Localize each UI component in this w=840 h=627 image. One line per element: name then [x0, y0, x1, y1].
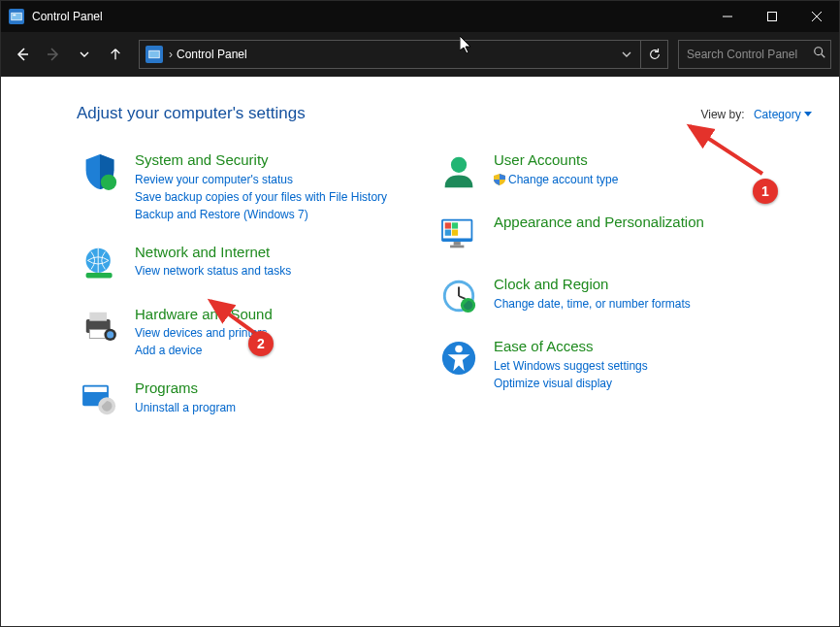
ease-icon	[437, 337, 480, 380]
category-body: Network and InternetView network status …	[135, 243, 418, 285]
category-body: ProgramsUninstall a program	[135, 379, 418, 421]
hardware-icon	[79, 305, 121, 347]
view-by: View by: Category	[700, 108, 812, 121]
svg-point-9	[815, 48, 823, 55]
minimize-button[interactable]	[705, 1, 750, 32]
category-body: Clock and RegionChange date, time, or nu…	[494, 275, 777, 317]
category-link[interactable]: View devices and printers	[135, 324, 418, 342]
category-item: Network and InternetView network status …	[79, 243, 418, 285]
user-icon	[437, 150, 480, 193]
svg-point-37	[455, 346, 463, 353]
category-link[interactable]: Backup and Restore (Windows 7)	[135, 206, 418, 223]
category-title[interactable]: Network and Internet	[135, 243, 418, 262]
category-body: System and SecurityReview your computer'…	[135, 150, 418, 223]
window-controls	[705, 1, 839, 32]
category-body: Hardware and SoundView devices and print…	[135, 305, 418, 360]
svg-rect-8	[149, 50, 160, 58]
search-box[interactable]	[678, 40, 831, 69]
svg-point-22	[451, 157, 467, 173]
svg-rect-20	[84, 387, 107, 392]
search-input[interactable]	[687, 48, 813, 61]
back-button[interactable]	[9, 41, 36, 68]
category-title[interactable]: Clock and Region	[494, 275, 777, 294]
up-button[interactable]	[102, 41, 129, 68]
svg-rect-16	[89, 329, 107, 338]
control-panel-window: Control Panel › Control Panel Adjust you…	[0, 0, 840, 627]
maximize-button[interactable]	[750, 1, 794, 32]
network-icon	[79, 243, 121, 285]
category-item: Clock and RegionChange date, time, or nu…	[437, 275, 777, 317]
svg-rect-28	[452, 230, 458, 236]
navigation-bar: › Control Panel	[1, 32, 839, 77]
page-heading: Adjust your computer's settings	[77, 104, 306, 123]
category-title[interactable]: System and Security	[135, 150, 418, 170]
svg-line-39	[210, 301, 256, 334]
right-column: User AccountsChange account typeAppearan…	[437, 150, 777, 441]
category-item: Ease of AccessLet Windows suggest settin…	[437, 337, 777, 392]
close-button[interactable]	[794, 1, 839, 32]
category-title[interactable]: Ease of Access	[494, 337, 777, 356]
category-body: Ease of AccessLet Windows suggest settin…	[494, 337, 777, 392]
category-item: Appearance and Personalization	[437, 213, 777, 255]
address-icon	[145, 46, 163, 63]
category-link[interactable]: View network status and tasks	[135, 262, 418, 280]
svg-rect-3	[768, 13, 777, 21]
search-icon[interactable]	[813, 46, 826, 63]
appearance-icon	[437, 213, 480, 255]
system-icon	[79, 150, 121, 193]
view-by-label: View by:	[700, 108, 744, 121]
category-link[interactable]: Let Windows suggest settings	[494, 357, 777, 375]
svg-rect-13	[86, 273, 113, 278]
svg-rect-26	[452, 222, 458, 228]
address-dropdown-icon[interactable]	[613, 50, 640, 59]
content-area: Adjust your computer's settings View by:…	[1, 77, 839, 626]
category-title[interactable]: Appearance and Personalization	[494, 213, 777, 232]
category-link[interactable]: Review your computer's status	[135, 171, 418, 188]
category-link[interactable]: Add a device	[135, 342, 418, 359]
category-title[interactable]: Programs	[135, 379, 418, 398]
programs-icon	[79, 379, 121, 421]
annotation-arrow-1	[680, 120, 777, 188]
forward-button[interactable]	[40, 41, 67, 68]
category-link[interactable]: Change date, time, or number formats	[494, 295, 777, 313]
category-item: System and SecurityReview your computer'…	[79, 150, 418, 223]
annotation-arrow-2	[203, 295, 271, 344]
category-item: ProgramsUninstall a program	[79, 379, 418, 421]
address-bar[interactable]: › Control Panel	[139, 40, 668, 69]
category-title[interactable]: Hardware and Sound	[135, 305, 418, 324]
svg-point-11	[101, 175, 116, 190]
svg-rect-0	[12, 13, 22, 20]
svg-rect-25	[445, 222, 451, 228]
svg-rect-27	[445, 230, 451, 236]
category-columns: System and SecurityReview your computer'…	[79, 150, 812, 441]
breadcrumb-separator-icon: ›	[169, 48, 173, 61]
app-icon	[9, 9, 24, 24]
refresh-button[interactable]	[640, 41, 667, 68]
titlebar: Control Panel	[1, 1, 839, 32]
svg-point-18	[107, 331, 113, 338]
svg-line-38	[690, 126, 762, 174]
category-body: Appearance and Personalization	[494, 213, 777, 255]
recent-locations-button[interactable]	[71, 41, 98, 68]
view-by-dropdown[interactable]: Category	[754, 108, 812, 121]
svg-rect-1	[13, 15, 16, 16]
svg-rect-30	[450, 246, 464, 248]
svg-line-10	[822, 54, 825, 58]
category-link[interactable]: Uninstall a program	[135, 399, 418, 416]
breadcrumb-text[interactable]: Control Panel	[177, 48, 613, 61]
category-link[interactable]: Save backup copies of your files with Fi…	[135, 188, 418, 206]
window-title: Control Panel	[32, 10, 103, 23]
svg-rect-15	[89, 312, 107, 320]
clock-icon	[437, 275, 480, 317]
svg-rect-29	[454, 242, 461, 246]
category-link[interactable]: Optimize visual display	[494, 375, 777, 392]
